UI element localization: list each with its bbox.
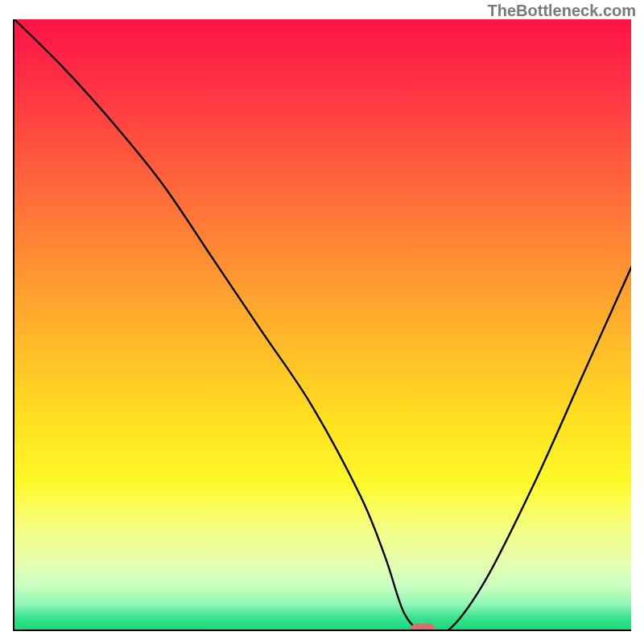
plot-area [13,19,631,631]
chart-frame: TheBottleneck.com [0,0,644,644]
watermark-text: TheBottleneck.com [488,2,636,20]
heat-gradient [14,19,631,630]
optimal-point-marker [411,624,435,631]
